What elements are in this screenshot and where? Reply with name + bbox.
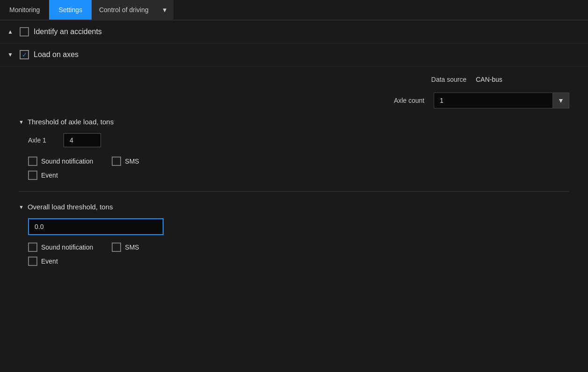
axle1-label: Axle 1 <box>28 136 56 144</box>
data-source-value: CAN-bus <box>476 76 569 83</box>
threshold-axle-event[interactable]: Event <box>28 171 93 180</box>
main-content: ▲ Identify an accidents ▼ Load on axes D… <box>0 21 588 280</box>
section-divider <box>19 191 569 192</box>
identify-accidents-section[interactable]: ▲ Identify an accidents <box>0 21 588 43</box>
overall-sms-label: SMS <box>125 243 139 251</box>
overall-sound-notification-label: Sound notification <box>41 243 93 251</box>
overall-threshold-title: Overall load threshold, tons <box>28 203 113 211</box>
overall-sms[interactable]: SMS <box>112 243 139 252</box>
overall-event-label: Event <box>41 258 58 265</box>
threshold-axle-subsection: ▼ Threshold of axle load, tons Axle 1 So… <box>19 118 569 180</box>
load-on-axes-title: Load on axes <box>34 50 79 59</box>
overall-event-checkbox[interactable] <box>28 257 37 266</box>
overall-sound-notification-checkbox[interactable] <box>28 243 37 252</box>
identify-accidents-title: Identify an accidents <box>34 28 102 36</box>
overall-threshold-notifications: Sound notification Event SMS <box>19 243 569 266</box>
tab-bar: Monitoring Settings Control of driving ▼ <box>0 0 588 21</box>
tab-control-of-driving-label[interactable]: Control of driving <box>92 6 156 14</box>
sound-notification-checkbox[interactable] <box>28 157 37 166</box>
data-source-row: Data source CAN-bus <box>19 76 569 83</box>
overall-sound-notification[interactable]: Sound notification <box>28 243 93 252</box>
axle-count-row: Axle count 1 2 3 4 ▼ <box>19 93 569 108</box>
identify-accidents-checkbox[interactable] <box>20 27 29 36</box>
tab-settings[interactable]: Settings <box>49 0 92 20</box>
threshold-axle-sound-notification[interactable]: Sound notification <box>28 157 93 166</box>
data-source-label: Data source <box>410 76 466 83</box>
overall-threshold-subsection: ▼ Overall load threshold, tons Sound not… <box>19 203 569 266</box>
overall-threshold-input[interactable] <box>28 218 164 235</box>
tab-control-of-driving-container: Control of driving ▼ <box>92 0 173 20</box>
threshold-axle-chevron: ▼ <box>19 119 24 125</box>
axle-count-label: Axle count <box>368 97 424 104</box>
sms-label: SMS <box>125 157 139 165</box>
load-on-axes-section[interactable]: ▼ Load on axes <box>0 43 588 66</box>
axle-count-select[interactable]: 1 2 3 4 <box>434 93 569 108</box>
axle1-input[interactable] <box>64 133 101 147</box>
axle-count-select-container: 1 2 3 4 ▼ <box>434 93 569 108</box>
overall-left-notifications: Sound notification Event <box>28 243 93 266</box>
tab-dropdown-button[interactable]: ▼ <box>156 7 173 14</box>
threshold-axle-left-notifications: Sound notification Event <box>28 157 93 180</box>
overall-threshold-header[interactable]: ▼ Overall load threshold, tons <box>19 203 569 211</box>
threshold-axle-title: Threshold of axle load, tons <box>28 118 114 126</box>
threshold-axle-sms[interactable]: SMS <box>112 157 139 166</box>
axle1-row: Axle 1 <box>19 133 569 147</box>
load-axes-settings-body: Data source CAN-bus Axle count 1 2 3 4 ▼… <box>0 66 588 280</box>
overall-event[interactable]: Event <box>28 257 93 266</box>
identify-accidents-chevron: ▲ <box>7 29 15 35</box>
sms-checkbox[interactable] <box>112 157 121 166</box>
load-on-axes-checkbox[interactable] <box>20 50 29 59</box>
tab-monitoring[interactable]: Monitoring <box>0 0 49 20</box>
threshold-axle-right-notifications: SMS <box>112 157 139 180</box>
overall-threshold-chevron: ▼ <box>19 204 24 210</box>
overall-right-notifications: SMS <box>112 243 139 266</box>
sound-notification-label: Sound notification <box>41 157 93 165</box>
threshold-axle-notifications: Sound notification Event SMS <box>19 157 569 180</box>
threshold-axle-header[interactable]: ▼ Threshold of axle load, tons <box>19 118 569 126</box>
load-on-axes-chevron: ▼ <box>7 51 15 58</box>
event-label: Event <box>41 172 58 179</box>
event-checkbox[interactable] <box>28 171 37 180</box>
overall-sms-checkbox[interactable] <box>112 243 121 252</box>
